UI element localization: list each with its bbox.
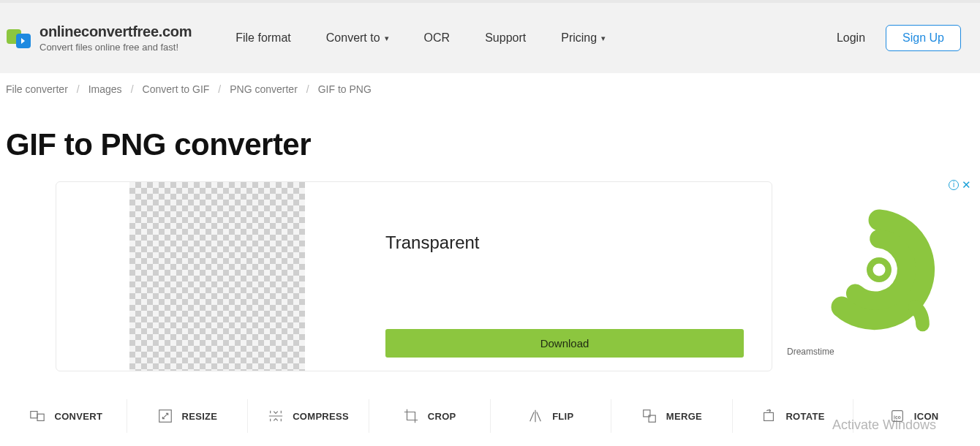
flip-icon bbox=[527, 408, 543, 424]
nav-convert-to[interactable]: Convert to ▾ bbox=[326, 31, 389, 45]
side-ad: i ✕ Dreamstime bbox=[784, 181, 974, 371]
tool-label: ICON bbox=[914, 411, 939, 422]
tool-icon-convert[interactable]: ico ICON bbox=[853, 399, 974, 433]
nav-file-format[interactable]: File format bbox=[235, 31, 291, 45]
ad-close-icon[interactable]: ✕ bbox=[962, 178, 971, 192]
merge-icon bbox=[641, 408, 657, 424]
crop-icon bbox=[403, 408, 419, 424]
breadcrumb-separator: / bbox=[306, 83, 309, 95]
nav-pricing-label: Pricing bbox=[561, 31, 597, 45]
svg-rect-5 bbox=[37, 414, 44, 420]
breadcrumb-item[interactable]: PNG converter bbox=[230, 83, 298, 95]
tool-label: ROTATE bbox=[785, 411, 824, 422]
tool-merge[interactable]: MERGE bbox=[611, 399, 733, 433]
breadcrumb-item[interactable]: Images bbox=[88, 83, 122, 95]
logo-icon bbox=[6, 25, 32, 51]
brand-title: onlineconvertfree.com bbox=[39, 23, 192, 40]
tool-resize[interactable]: RESIZE bbox=[127, 399, 249, 433]
svg-rect-9 bbox=[764, 412, 774, 420]
nav-file-format-label: File format bbox=[235, 31, 291, 45]
breadcrumb-separator: / bbox=[77, 83, 80, 95]
auth-actions: Login Sign Up bbox=[837, 25, 974, 51]
page-title: GIF to PNG converter bbox=[0, 105, 980, 181]
resize-icon bbox=[157, 408, 173, 424]
header: onlineconvertfree.com Convert files onli… bbox=[0, 0, 980, 73]
tool-label: COMPRESS bbox=[293, 411, 349, 422]
tool-label: RESIZE bbox=[182, 411, 218, 422]
convert-icon bbox=[29, 408, 45, 424]
chevron-down-icon: ▾ bbox=[601, 34, 606, 43]
nav-convert-to-label: Convert to bbox=[326, 31, 380, 45]
brand-subtitle: Convert files online free and fast! bbox=[39, 42, 192, 53]
nav-support[interactable]: Support bbox=[485, 31, 526, 45]
svg-point-3 bbox=[873, 264, 886, 276]
nav-ocr[interactable]: OCR bbox=[424, 31, 451, 45]
content-row: Transparent Download i ✕ Dreamstime bbox=[0, 181, 980, 371]
tool-convert[interactable]: CONVERT bbox=[6, 399, 127, 433]
swirl-icon[interactable] bbox=[813, 208, 945, 332]
ad-info-icon[interactable]: i bbox=[949, 180, 959, 190]
nav-ocr-label: OCR bbox=[424, 31, 451, 45]
side-ad-label: Dreamstime bbox=[787, 347, 834, 357]
ad-title: Transparent bbox=[385, 233, 751, 253]
tool-label: MERGE bbox=[666, 411, 702, 422]
nav-pricing[interactable]: Pricing ▾ bbox=[561, 31, 606, 45]
tool-compress[interactable]: COMPRESS bbox=[248, 399, 369, 433]
breadcrumb-item[interactable]: GIF to PNG bbox=[318, 83, 372, 95]
compress-icon bbox=[268, 408, 284, 424]
chevron-down-icon: ▾ bbox=[385, 34, 389, 43]
rotate-icon bbox=[761, 408, 777, 424]
tool-crop[interactable]: CROP bbox=[369, 399, 491, 433]
svg-rect-4 bbox=[31, 412, 37, 418]
breadcrumb-item[interactable]: File converter bbox=[6, 83, 68, 95]
breadcrumb-separator: / bbox=[218, 83, 221, 95]
signup-button[interactable]: Sign Up bbox=[886, 25, 961, 51]
svg-text:ico: ico bbox=[894, 415, 901, 420]
tool-rotate[interactable]: ROTATE bbox=[733, 399, 854, 433]
breadcrumb-separator: / bbox=[131, 83, 134, 95]
tool-label: CROP bbox=[428, 411, 456, 422]
main-nav: File format Convert to ▾ OCR Support Pri… bbox=[235, 31, 606, 45]
transparency-checker-icon bbox=[129, 182, 305, 371]
download-button[interactable]: Download bbox=[385, 329, 744, 358]
icon-icon: ico bbox=[889, 408, 905, 424]
breadcrumb-item[interactable]: Convert to GIF bbox=[143, 83, 210, 95]
tools-row: CONVERT RESIZE COMPRESS CROP FLIP MERGE bbox=[0, 399, 980, 433]
tool-label: CONVERT bbox=[54, 411, 102, 422]
tool-label: FLIP bbox=[552, 411, 573, 422]
brand[interactable]: onlineconvertfree.com Convert files onli… bbox=[6, 23, 192, 53]
ad-right: Transparent Download bbox=[305, 182, 772, 371]
ad-card[interactable]: Transparent Download bbox=[56, 181, 772, 371]
breadcrumb: File converter / Images / Convert to GIF… bbox=[0, 73, 980, 105]
tool-flip[interactable]: FLIP bbox=[491, 399, 612, 433]
login-link[interactable]: Login bbox=[837, 31, 865, 45]
nav-support-label: Support bbox=[485, 31, 526, 45]
